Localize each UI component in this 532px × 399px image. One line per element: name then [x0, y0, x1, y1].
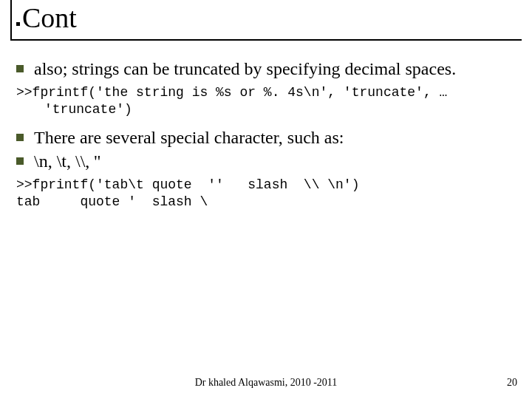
slide-title: Cont: [22, 1, 77, 34]
title-border-horizontal: [10, 39, 522, 41]
square-bullet-icon: [16, 157, 24, 165]
code-block: >>fprintf('the string is %s or %. 4s\n',…: [16, 84, 519, 119]
square-bullet-icon: [16, 65, 24, 72]
bullet-text: There are several special character, suc…: [34, 126, 344, 149]
bullet-item: also; strings can be truncated by specif…: [16, 58, 519, 80]
code-line: >>fprintf('the string is %s or %. 4s\n',…: [16, 85, 447, 100]
footer-text: Dr khaled Alqawasmi, 2010 -2011: [0, 377, 532, 389]
bullet-item: There are several special character, suc…: [16, 126, 519, 149]
bullet-item: \n, \t, \\, '': [16, 150, 519, 172]
bullet-text: \n, \t, \\, '': [34, 150, 100, 172]
slide-content: also; strings can be truncated by specif…: [16, 58, 519, 219]
code-block: >>fprintf('tab\t quote '' slash \\ \n') …: [16, 177, 519, 211]
code-line: tab quote ' slash \: [16, 194, 208, 209]
title-bullet-icon: [16, 22, 20, 26]
bullet-text: also; strings can be truncated by specif…: [34, 58, 456, 80]
page-number: 20: [507, 377, 517, 389]
code-line: >>fprintf('tab\t quote '' slash \\ \n'): [16, 177, 359, 192]
square-bullet-icon: [16, 134, 24, 141]
title-area: Cont: [0, 0, 532, 6]
code-line: 'truncate'): [16, 102, 132, 117]
title-border-vertical: [10, 0, 12, 41]
